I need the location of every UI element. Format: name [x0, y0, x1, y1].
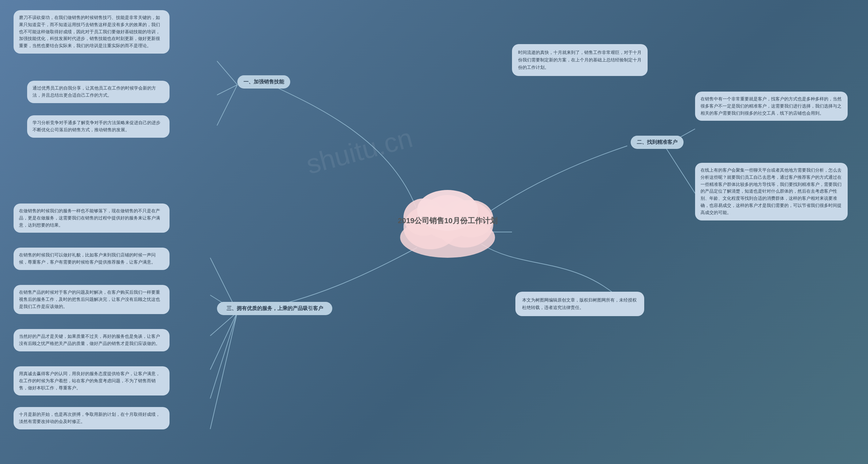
- svg-line-7: [210, 312, 237, 370]
- branch2-node4: 当然好的产品才是关键，如果质量不过关，再好的服务也是免谈，让客户没有后顾之忧严格…: [14, 329, 170, 351]
- svg-line-9: [210, 312, 237, 429]
- branch2-node1: 在做销售的时候我们的服务一样也不能够落下，现在做销售的不只是在产品，更是在做服务…: [14, 204, 170, 233]
- svg-line-11: [665, 146, 695, 193]
- svg-line-8: [210, 312, 237, 399]
- branch2-node6: 十月是新的开始，也是再次拼搏，争取用新的计划，在十月取得好成绩，淡然有需要改掉动…: [14, 407, 170, 429]
- branch3-label: 二、找到精准客户: [631, 136, 684, 149]
- svg-line-2: [217, 85, 237, 95]
- branch1-node1: 磨刀不误砍柴功，在我们做销售的时候销售技巧、技能是非常关键的，如果只知道蛮干，而…: [14, 10, 170, 54]
- branch2-label: 三、拥有优质的服务，上乘的产品吸引客户: [217, 302, 332, 315]
- center-title: 2019公司销售10月份工作计划: [391, 208, 504, 233]
- svg-line-1: [217, 61, 237, 85]
- watermark: shuitu.cn: [303, 122, 416, 180]
- branch2-node3: 在销售产品的时候对于客户的问题及时解决，在客户购买后我们一样要重视售后的服务工作…: [14, 285, 170, 314]
- mind-map: 2019公司销售10月份工作计划 时间流逝的真快，十月就来到了，销售工作非常艰巨…: [0, 0, 868, 464]
- svg-line-6: [210, 312, 237, 336]
- branch2-node5: 用真诚去赢得客户的认同，用良好的服务态度提供给客户，让客户满意，在工作的时候为客…: [14, 366, 170, 395]
- branch1-node3: 学习分析竞争对手通多了解竞争对手的方法策略来促进自己的进步不断优化公司落后的销售…: [27, 115, 170, 138]
- svg-line-3: [217, 85, 237, 125]
- cloud-center: 2019公司销售10月份工作计划: [390, 183, 505, 258]
- branch3-node1: 在销售中有一个非常重要就是客户，找客户的方式也是多种多样的，当然很多客户不一定是…: [695, 92, 848, 121]
- right-intro-node: 时间流逝的真快，十月就来到了，销售工作非常艰巨，对于十月份我们需要制定新的方案，…: [512, 44, 648, 76]
- branch1-node2: 通过优秀员工的自我分享，让其他员工在工作的时候学会新的方法，并且总结出更合适自己…: [27, 81, 170, 103]
- branch2-node2: 在销售的时候我们可以做好礼貌，比如客户来到我们店铺的时候一声问候，尊重客户，客户…: [14, 248, 170, 270]
- branch3-node2: 在线上有的客户会聚集一些聊天平台或者其他地方需要我们分析，怎么去分析这些呢？就要…: [695, 163, 848, 220]
- copyright-notice: 本文为树图网编辑原创文章，版权归树图网所有，未经授权杜绝转载，违者追究法律责任。: [515, 292, 644, 316]
- branch1-label: 一、加强销售技能: [237, 75, 290, 89]
